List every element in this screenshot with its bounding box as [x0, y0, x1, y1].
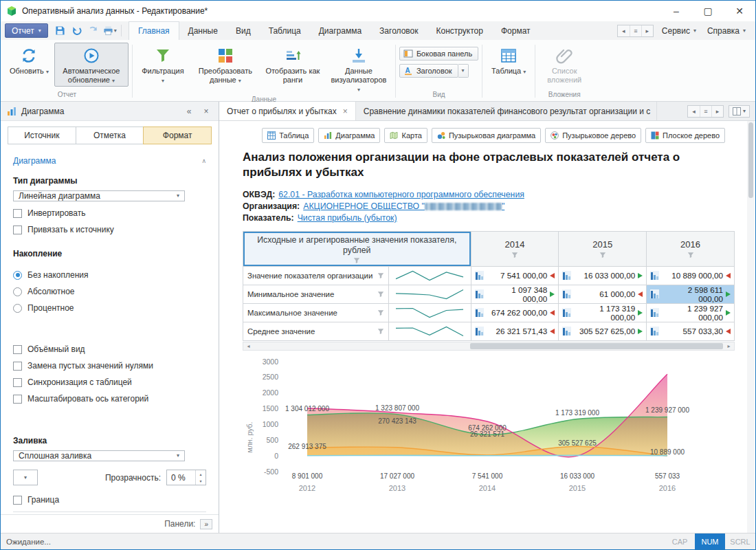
spinner-up-icon[interactable]: ▴	[196, 470, 205, 478]
filter-icon[interactable]	[377, 309, 384, 316]
auto-refresh-button[interactable]: Автоматическое обновление ▾	[54, 43, 129, 87]
attachments-list-button[interactable]: Список вложений	[539, 43, 590, 87]
transform-data-button[interactable]: Преобразовать данные ▾	[191, 43, 260, 87]
checkbox-option[interactable]: Масштабировать ось категорий	[13, 394, 206, 404]
horizontal-scrollbar[interactable]: ◂ ▸	[243, 342, 735, 351]
show-as-ranks-button[interactable]: Отобразить как ранги	[261, 43, 324, 87]
value-cell[interactable]: 305 527 625,00	[559, 322, 647, 340]
table-button[interactable]: Таблица ▾	[486, 43, 531, 78]
ribbon-tab[interactable]: Главная	[129, 21, 179, 40]
value-cell[interactable]: 674 262 000,00	[471, 303, 559, 322]
ribbon-tab[interactable]: Таблица	[260, 21, 310, 40]
filter-icon[interactable]	[377, 272, 384, 279]
view-chart-button[interactable]: Диаграмма	[318, 128, 380, 143]
view-bubble-chart-button[interactable]: Пузырьковая диаграмма	[432, 128, 541, 143]
checkbox-option[interactable]: Синхронизация с таблицей	[13, 377, 206, 387]
filter-icon[interactable]	[243, 257, 471, 266]
help-menu[interactable]: Справка ▾	[704, 26, 748, 36]
ribbon-tab[interactable]: Заголовок	[370, 21, 427, 40]
scroll-right-icon[interactable]: ▸	[641, 25, 653, 36]
year-column-header[interactable]: 2016	[647, 231, 735, 266]
report-menu-button[interactable]: Отчет ▾	[5, 23, 48, 38]
undo-button[interactable]	[69, 21, 85, 40]
year-column-header[interactable]: 2014	[471, 231, 559, 266]
ribbon-tab[interactable]: Диаграмма	[310, 21, 370, 40]
checkbox-option[interactable]: Граница	[13, 495, 206, 505]
filter-icon[interactable]	[511, 252, 518, 258]
view-bubble-tree-button[interactable]: Пузырьковое дерево	[545, 128, 641, 143]
scrollbar-track[interactable]	[254, 342, 724, 350]
panel-tab[interactable]: Отметка	[76, 126, 144, 144]
document-tab[interactable]: Отчет о прибылях и убытках×	[219, 102, 356, 120]
maximize-button[interactable]: ▢	[692, 1, 724, 21]
panel-tab[interactable]: Источник	[8, 126, 76, 144]
value-cell[interactable]: 26 321 571,43	[471, 322, 559, 340]
visualizer-data-button[interactable]: Данные визуализаторов ▾	[326, 43, 392, 96]
close-icon[interactable]: ×	[343, 107, 348, 116]
row-label-cell[interactable]: Среднее значение	[243, 322, 389, 340]
print-button[interactable]: ▾	[102, 21, 118, 40]
scroll-left-icon[interactable]: ◂	[688, 106, 700, 117]
save-button[interactable]	[52, 21, 69, 40]
vertical-scrollbar[interactable]	[747, 121, 755, 533]
value-cell[interactable]: 1 173 319 000,00	[559, 303, 647, 322]
filter-icon[interactable]	[377, 328, 384, 335]
side-panel-button[interactable]: Боковая панель	[399, 47, 478, 60]
refresh-button[interactable]: Обновить ▾	[5, 43, 53, 78]
checkbox-option[interactable]: Объёмный вид	[13, 344, 206, 354]
close-button[interactable]: ✕	[724, 1, 755, 21]
filter-icon[interactable]	[599, 252, 606, 258]
ribbon-tab[interactable]: Вид	[227, 21, 260, 40]
panels-expand-button[interactable]: »	[200, 519, 212, 529]
scroll-left-icon[interactable]: ◂	[618, 25, 630, 36]
layout-button[interactable]: ▾	[729, 105, 750, 118]
filter-button[interactable]: Фильтрация ▾	[136, 43, 190, 87]
section-header-chart[interactable]: Диаграмма ∧	[13, 150, 206, 168]
scroll-right-icon[interactable]: ▸	[711, 106, 723, 117]
header-toggle-button[interactable]: A Заголовок	[399, 64, 458, 78]
radio-option[interactable]: Абсолютное	[13, 287, 206, 296]
value-cell[interactable]: 16 033 000,00	[559, 266, 647, 285]
value-cell[interactable]: 557 033,30	[647, 322, 735, 340]
close-panel-icon[interactable]: ×	[200, 107, 212, 116]
filter-icon[interactable]	[377, 291, 384, 298]
value-cell[interactable]: 1 097 348 000,00	[471, 285, 559, 303]
value-cell[interactable]: 2 598 611 000,00	[647, 285, 735, 303]
row-label-cell[interactable]: Максимальное значение	[243, 303, 389, 322]
scroll-left-icon[interactable]: ◂	[243, 342, 254, 350]
filter-icon[interactable]	[687, 252, 694, 258]
value-cell[interactable]: 10 889 000,00	[647, 266, 735, 285]
fill-color-button[interactable]: ▾	[13, 470, 38, 485]
checkbox-option[interactable]: Инвертировать	[13, 208, 206, 218]
radio-option[interactable]: Процентное	[13, 303, 206, 313]
document-tab[interactable]: Сравнение динамики показателей финансово…	[356, 102, 657, 120]
radio-option[interactable]: Без накопления	[13, 270, 206, 280]
indicator-link[interactable]: Чистая прибыль (убыток)	[298, 213, 397, 223]
service-menu[interactable]: Сервис ▾	[659, 26, 699, 36]
opacity-spinner[interactable]: 0 % ▴ ▾	[166, 470, 206, 485]
tab-list-icon[interactable]: ≡	[700, 106, 711, 117]
table-corner-header[interactable]: Исходные и агрегированные значения показ…	[243, 231, 471, 266]
value-cell[interactable]: 1 239 927 000,00	[647, 303, 735, 322]
collapse-panel-icon[interactable]: «	[183, 107, 195, 116]
scrollbar-thumb[interactable]	[748, 122, 753, 198]
ribbon-tab[interactable]: Формат	[492, 21, 540, 40]
minimize-button[interactable]: –	[660, 1, 692, 21]
fill-type-select[interactable]: Сплошная заливка ▾	[13, 450, 185, 461]
chart-type-select[interactable]: Линейная диаграмма ▾	[13, 190, 185, 201]
view-table-button[interactable]: Таблица	[262, 128, 314, 143]
ribbon-tab[interactable]: Конструктор	[427, 21, 492, 40]
panel-tab[interactable]: Формат	[143, 126, 212, 144]
redo-button[interactable]	[85, 21, 102, 40]
ribbon-tab[interactable]: Данные	[179, 21, 227, 40]
year-column-header[interactable]: 2015	[559, 231, 647, 266]
spinner-down-icon[interactable]: ▾	[196, 478, 205, 485]
view-treemap-button[interactable]: Плоское дерево	[645, 128, 725, 143]
tab-list-icon[interactable]: ≡	[630, 25, 641, 36]
value-cell[interactable]: 7 541 000,00	[471, 266, 559, 285]
view-map-button[interactable]: Карта	[384, 128, 427, 143]
checkbox-option[interactable]: Замена пустых значений нулями	[13, 361, 206, 371]
scrollbar-thumb[interactable]	[470, 343, 723, 349]
okved-link[interactable]: 62.01 - Разработка компьютерного програм…	[278, 190, 524, 199]
scroll-right-icon[interactable]: ▸	[724, 342, 734, 350]
